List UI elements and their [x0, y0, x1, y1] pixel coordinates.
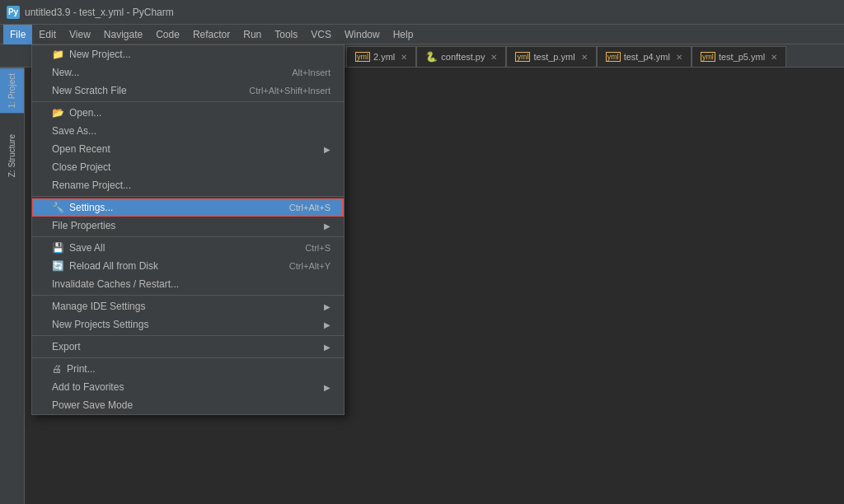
menu-new[interactable]: New... Alt+Insert: [32, 63, 344, 82]
export-arrow: ▶: [324, 343, 331, 352]
menu-new-project[interactable]: 📁 New Project...: [32, 45, 344, 63]
wrench-icon: 🔧: [52, 202, 64, 213]
menu-save-as[interactable]: Save As...: [32, 122, 344, 140]
left-sidebar: 1: Project Z: Structure: [0, 68, 25, 504]
menu-close-project[interactable]: Close Project: [32, 158, 344, 176]
app-icon: Py: [7, 6, 20, 19]
tab-close-2yml[interactable]: ✕: [401, 53, 407, 62]
menu-manage-ide-settings[interactable]: Manage IDE Settings ▶: [32, 297, 344, 315]
separator-4: [32, 295, 344, 296]
menu-new-projects-settings[interactable]: New Projects Settings ▶: [32, 315, 344, 334]
yml-icon-p: yml: [515, 52, 530, 62]
menu-tools[interactable]: Tools: [268, 25, 304, 44]
menu-bar: File Edit View Navigate Code Refactor Ru…: [0, 25, 844, 44]
tab-close-test-p5[interactable]: ✕: [771, 53, 777, 62]
separator-2: [32, 196, 344, 197]
menu-settings[interactable]: 🔧 Settings... Ctrl+Alt+S: [32, 198, 344, 217]
save-icon: 💾: [52, 242, 64, 254]
tab-close-test-p[interactable]: ✕: [581, 53, 588, 62]
tab-conftest[interactable]: 🐍 conftest.py ✕: [416, 46, 506, 67]
menu-add-favorites[interactable]: Add to Favorites ▶: [32, 378, 344, 396]
menu-rename-project[interactable]: Rename Project...: [32, 176, 344, 194]
separator-5: [32, 335, 344, 336]
menu-refactor[interactable]: Refactor: [186, 25, 237, 44]
menu-code[interactable]: Code: [149, 25, 186, 44]
separator-6: [32, 357, 344, 358]
sidebar-project-tab[interactable]: 1: Project: [0, 68, 24, 113]
tab-test-p4[interactable]: yml test_p4.yml ✕: [597, 46, 692, 67]
yml-icon-p5: yml: [701, 52, 715, 62]
menu-file[interactable]: File: [3, 25, 32, 44]
title-bar: Py untitled3.9 - test_x.yml - PyCharm: [0, 0, 844, 25]
sidebar-structure-tab[interactable]: Z: Structure: [0, 129, 24, 182]
file-dropdown-menu: 📁 New Project... New... Alt+Insert New S…: [31, 44, 345, 415]
menu-file-properties[interactable]: File Properties ▶: [32, 217, 344, 235]
menu-print[interactable]: 🖨 Print...: [32, 360, 344, 378]
menu-reload-all[interactable]: 🔄 Reload All from Disk Ctrl+Alt+Y: [32, 257, 344, 275]
yml-icon: yml: [355, 52, 370, 62]
fav-arrow: ▶: [324, 383, 331, 392]
tab-close-test-p4[interactable]: ✕: [676, 53, 682, 62]
title-bar-text: untitled3.9 - test_x.yml - PyCharm: [25, 7, 174, 18]
tab-test-p5[interactable]: yml test_p5.yml ✕: [692, 46, 786, 67]
separator-3: [32, 236, 344, 237]
menu-open-recent[interactable]: Open Recent ▶: [32, 140, 344, 158]
separator-1: [32, 101, 344, 102]
new-proj-arrow: ▶: [324, 320, 331, 329]
tab-2yml[interactable]: yml 2.yml ✕: [346, 46, 416, 67]
menu-edit[interactable]: Edit: [32, 25, 63, 44]
menu-window[interactable]: Window: [338, 25, 387, 44]
tab-close-conftest[interactable]: ✕: [490, 53, 497, 62]
menu-help[interactable]: Help: [387, 25, 420, 44]
menu-vcs[interactable]: VCS: [304, 25, 338, 44]
folder-icon: 📁: [52, 49, 64, 60]
menu-navigate[interactable]: Navigate: [97, 25, 149, 44]
py-icon: 🐍: [425, 51, 438, 63]
reload-icon: 🔄: [52, 260, 64, 272]
menu-invalidate-caches[interactable]: Invalidate Caches / Restart...: [32, 275, 344, 293]
file-props-arrow: ▶: [324, 222, 331, 231]
menu-save-all[interactable]: 💾 Save All Ctrl+S: [32, 239, 344, 257]
menu-view[interactable]: View: [63, 25, 97, 44]
tab-test-p[interactable]: yml test_p.yml ✕: [506, 46, 596, 67]
menu-open[interactable]: 📂 Open...: [32, 104, 344, 122]
menu-export[interactable]: Export ▶: [32, 338, 344, 356]
printer-icon: 🖨: [52, 363, 62, 375]
menu-new-scratch[interactable]: New Scratch File Ctrl+Alt+Shift+Insert: [32, 82, 344, 100]
submenu-arrow: ▶: [324, 145, 331, 154]
open-folder-icon: 📂: [52, 107, 64, 119]
yml-icon-p4: yml: [606, 52, 621, 62]
manage-ide-arrow: ▶: [324, 302, 331, 311]
menu-run[interactable]: Run: [237, 25, 268, 44]
menu-power-save[interactable]: Power Save Mode: [32, 396, 344, 414]
